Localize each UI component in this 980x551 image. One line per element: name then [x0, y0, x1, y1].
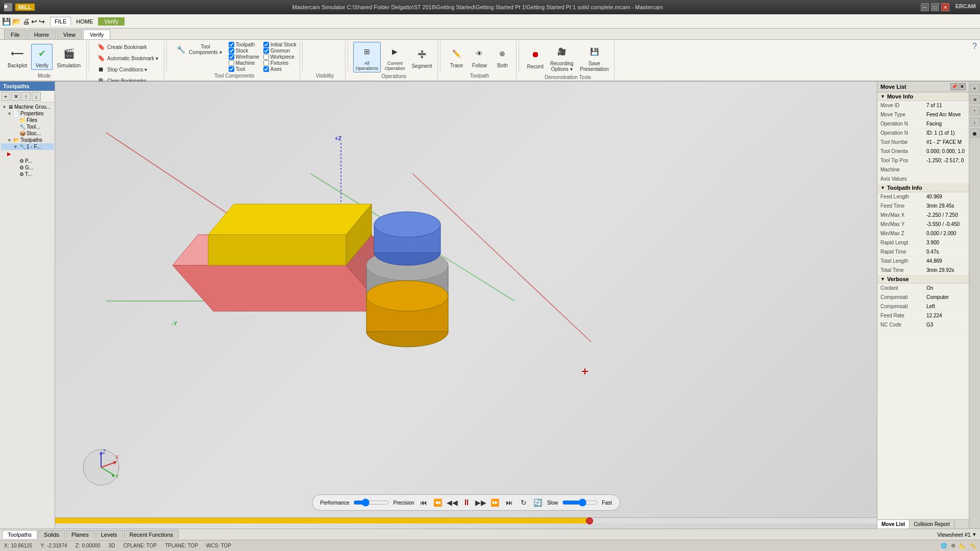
all-operations-button[interactable]: ⊞ AllOperations [353, 42, 381, 72]
verify-button[interactable]: ✔ Verify [31, 44, 53, 70]
step-back-button[interactable]: ⏪ [433, 497, 443, 508]
undo-icon[interactable]: ↩ [31, 17, 37, 26]
tree-sub-p[interactable]: ⚙ P... [1, 158, 54, 164]
sidebar-btn-4[interactable]: ↓ [32, 92, 41, 101]
tree-tool[interactable]: 🔧 Tool... [1, 123, 54, 130]
status-icon-4[interactable]: 📏 [970, 543, 976, 548]
cb-initial-stock[interactable]: Initial Stock [263, 42, 297, 47]
cb-stock[interactable]: Stock [229, 48, 259, 54]
menu-home[interactable]: HOME [72, 17, 97, 26]
trace-button[interactable]: ✏️ Trace [446, 44, 467, 70]
help-icon[interactable]: ? [972, 42, 977, 51]
maximize-button[interactable]: □ [931, 3, 939, 11]
follow-button[interactable]: 👁 Follow [469, 44, 490, 70]
tree-files[interactable]: 📁 Files [1, 117, 54, 123]
rs-icon-3[interactable]: ↑ [970, 106, 979, 115]
create-bookmark-button[interactable]: 🔖 Create Bookmark [94, 42, 161, 52]
cb-wireframe-input[interactable] [229, 54, 234, 60]
cb-stock-input[interactable] [229, 48, 234, 54]
tree-sub-g[interactable]: ⚙ G... [1, 164, 54, 171]
progress-handle[interactable] [586, 517, 593, 524]
tab-verify[interactable]: Verify [83, 30, 111, 39]
simulation-button[interactable]: 🎬 Simulation [54, 44, 83, 70]
toolpath-info-header[interactable]: ▼ Toolpath Info [877, 184, 969, 192]
menu-file[interactable]: FILE [50, 17, 71, 26]
cb-axes[interactable]: Axes [263, 66, 297, 72]
both-button[interactable]: ⊕ Both [492, 44, 513, 70]
refresh-button[interactable]: 🔄 [533, 497, 543, 508]
cb-workpiece-input[interactable] [263, 54, 269, 60]
backplot-button[interactable]: ⟵ Backplot [5, 44, 30, 70]
close-button[interactable]: ✕ [941, 3, 949, 11]
tree-properties[interactable]: ▼ 📄 Properties [1, 110, 54, 117]
cb-fixtures-input[interactable] [263, 60, 269, 66]
status-icon-2[interactable]: ⚙ [951, 543, 955, 548]
cb-axes-input[interactable] [263, 66, 269, 72]
cb-gnomon[interactable]: Gnomon [263, 48, 297, 54]
open-icon[interactable]: 📂 [12, 17, 21, 26]
status-icon-3[interactable]: 📐 [960, 543, 966, 548]
redo-icon[interactable]: ↪ [39, 17, 45, 26]
tab-recent-functions[interactable]: Recent Functions [124, 530, 179, 539]
tree-stock[interactable]: 📦 Stoc... [1, 130, 54, 137]
viewsheet-expand[interactable]: ▾ [973, 531, 976, 538]
cb-gnomon-input[interactable] [263, 48, 269, 54]
performance-slider[interactable] [353, 498, 389, 507]
move-info-header[interactable]: ▼ Move Info [877, 92, 969, 101]
tool-components-button[interactable]: 🔧 ToolComponents ▾ [172, 42, 224, 57]
sidebar-btn-2[interactable]: ✕ [11, 92, 20, 101]
panel-pin-button[interactable]: 📌 [950, 83, 958, 90]
rs-icon-1[interactable]: + [970, 84, 979, 93]
tab-collision-report[interactable]: Collision Report [910, 520, 954, 529]
print-icon[interactable]: 🖨 [22, 17, 30, 26]
rs-icon-4[interactable]: ↓ [970, 117, 979, 127]
record-button[interactable]: ⏺ Record [524, 45, 546, 71]
tab-solids[interactable]: Solids [38, 530, 65, 539]
cb-fixtures[interactable]: Fixtures [263, 60, 297, 66]
tree-op1[interactable]: ▼ 🔧 1 - F... [1, 143, 54, 150]
tab-home[interactable]: Home [28, 30, 56, 39]
tree-sub-t[interactable]: ⚙ T... [1, 171, 54, 178]
tab-view[interactable]: View [57, 30, 82, 39]
tab-planes[interactable]: Planes [66, 530, 94, 539]
tab-file[interactable]: File [4, 30, 27, 39]
tree-toolpaths[interactable]: ▼ 📂 Toolpaths [1, 137, 54, 143]
tab-move-list[interactable]: Move List [877, 520, 910, 529]
cb-tool-input[interactable] [229, 66, 234, 72]
cb-machine-input[interactable] [229, 60, 234, 66]
cb-workpiece[interactable]: Workpiece [263, 54, 297, 60]
cb-wireframe[interactable]: Wireframe [229, 54, 259, 60]
tree-machine-group[interactable]: ▼ 🖥 Machine Grou... [1, 104, 54, 110]
sidebar-btn-1[interactable]: + [1, 92, 10, 101]
status-icon-1[interactable]: 🌐 [941, 543, 947, 548]
tab-levels[interactable]: Levels [95, 530, 123, 539]
menu-verify[interactable]: Verify [98, 17, 125, 26]
segment-button[interactable]: ➗ Segment [409, 44, 434, 70]
auto-bookmark-button[interactable]: 🔖 Automatic Bookmark ▾ [94, 53, 161, 63]
pause-button[interactable]: ⏸ [461, 497, 472, 508]
sidebar-btn-3[interactable]: ↑ [21, 92, 31, 101]
back-button[interactable]: ◀◀ [447, 497, 457, 508]
step-fwd-button[interactable]: ⏩ [490, 497, 500, 508]
cb-toolpath[interactable]: Toolpath [229, 42, 259, 47]
skip-start-button[interactable]: ⏮ [419, 497, 429, 508]
current-operation-button[interactable]: ▶ CurrentOperation [382, 42, 408, 72]
tab-toolpaths[interactable]: Toolpaths [2, 530, 37, 539]
stop-conditions-button[interactable]: ⏹ Stop Conditions ▾ [94, 64, 161, 74]
fwd-button[interactable]: ▶▶ [476, 497, 486, 508]
loop-button[interactable]: ↻ [519, 497, 529, 508]
cb-machine[interactable]: Machine [229, 60, 259, 66]
save-icon[interactable]: 💾 [2, 17, 11, 26]
cb-tool[interactable]: Tool [229, 66, 259, 72]
rs-icon-5[interactable]: ◉ [970, 129, 979, 138]
skip-end-button[interactable]: ⏭ [504, 497, 514, 508]
cb-initial-stock-input[interactable] [263, 42, 269, 47]
panel-close-button[interactable]: ✕ [959, 83, 966, 90]
minimize-button[interactable]: ─ [921, 3, 929, 11]
cb-toolpath-input[interactable] [229, 42, 234, 47]
recording-options-button[interactable]: 🎥 RecordingOptions ▾ [548, 42, 576, 73]
verbose-header[interactable]: ▼ Verbose [877, 275, 969, 284]
save-presentation-button[interactable]: 💾 SavePresentation [577, 42, 611, 73]
rs-icon-2[interactable]: ✕ [970, 95, 979, 104]
speed-slider[interactable] [562, 498, 598, 507]
